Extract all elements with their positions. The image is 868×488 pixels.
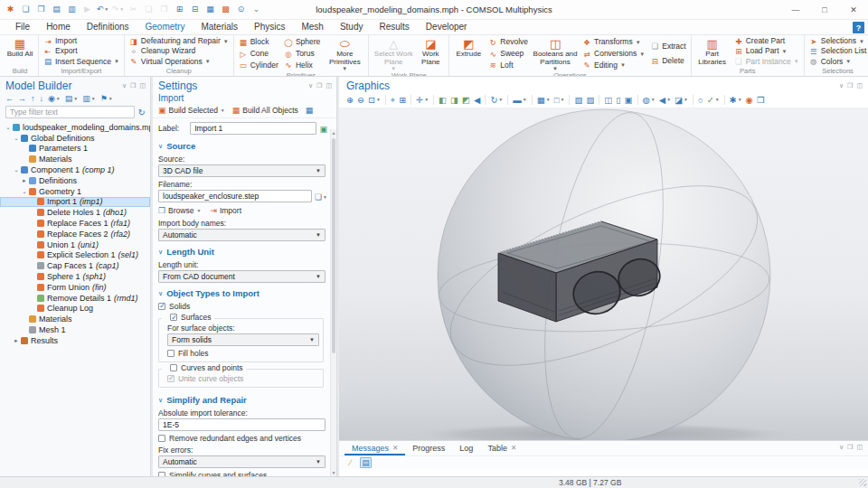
editing-button[interactable]: ✎Editing▼ [580, 61, 646, 70]
minimize-icon[interactable]: — [781, 0, 810, 20]
scene-orientation-icon[interactable]: ✛▼ [416, 96, 429, 105]
show-icon[interactable]: ◉▼ [48, 94, 61, 103]
section-source[interactable]: ∨ Source [153, 136, 329, 153]
export-button[interactable]: ⇤Export [42, 47, 121, 57]
delete-button[interactable]: ⊟Delete [648, 57, 687, 67]
tree-item-delete-holes-1[interactable]: Delete Holes 1(dho1) [0, 207, 150, 218]
collapse-panel-icon[interactable]: ∨ [839, 82, 844, 89]
zoom-box-icon[interactable]: ⊡▼ [368, 96, 381, 105]
3d-scene[interactable] [339, 108, 868, 440]
import-button[interactable]: ⇥Import [42, 36, 121, 46]
expander-icon[interactable]: ⌄ [13, 166, 20, 174]
ribbon-tab-definitions[interactable]: Definitions [79, 20, 137, 34]
expander-icon[interactable]: ⌄ [13, 135, 20, 142]
print-icon[interactable]: ❒ [757, 96, 765, 105]
customize-toolbar-icon[interactable]: ⌄ [250, 3, 263, 16]
ribbon-tab-geometry[interactable]: Geometry [137, 20, 193, 34]
tree-item-mesh-1[interactable]: Mesh 1 [0, 324, 150, 335]
hide-objects-icon[interactable]: ◫ [604, 96, 612, 105]
zoom-in-icon[interactable]: ⊕ [346, 96, 354, 105]
material-rendering-icon[interactable]: ✓▼ [707, 96, 720, 105]
build-all-objects-button[interactable]: ▦Build All Objects [232, 106, 298, 115]
tree-item-cap-faces-1[interactable]: Cap Faces 1(cap1) [0, 260, 150, 271]
search-icon[interactable]: ⊙ [234, 3, 248, 16]
move-up-icon[interactable]: ↑ [31, 94, 35, 103]
collapse-panel-icon[interactable]: ∨ [308, 82, 313, 89]
loft-button[interactable]: ≋Loft [486, 61, 530, 70]
show-grid-icon[interactable]: ▣ [625, 96, 633, 105]
expander-icon[interactable]: ▸ [13, 337, 20, 344]
panel-menu-icon[interactable]: ◫ [856, 444, 863, 451]
scene-light-icon[interactable]: ▬▼ [513, 96, 526, 105]
sphere-button[interactable]: ◯Sphere [282, 38, 322, 48]
ribbon-tab-mesh[interactable]: Mesh [293, 20, 331, 34]
open-file-icon[interactable]: ❐ [34, 3, 48, 16]
undo-icon[interactable]: ↶▼ [96, 3, 109, 16]
tree-item-loudspeaker-modeling-domains-mph[interactable]: ⌄loudspeaker_modeling_domains.mph(root) [0, 122, 150, 133]
build-all-button[interactable]: ▦Build All [5, 36, 35, 67]
color-theme-icon[interactable]: ◍▼ [643, 96, 656, 105]
import-button[interactable]: ⇥ Import [210, 206, 241, 215]
browse-button[interactable]: ❐ Browse▼ [158, 206, 201, 215]
label-input[interactable]: Import 1 [190, 122, 316, 135]
extract-button[interactable]: ❏Extract [648, 42, 687, 52]
tree-item-definitions[interactable]: ▸Definitions [0, 175, 150, 186]
section-simplify[interactable]: ∨ Simplify and Repair [153, 390, 329, 407]
tree-item-global-definitions[interactable]: ⌄Global Definitions [0, 133, 150, 144]
work-plane-button[interactable]: ◪Work Plane [415, 36, 446, 71]
image-snapshot-icon[interactable]: ◉ [746, 96, 753, 105]
surfaces-checkbox[interactable]: Surfaces [162, 313, 214, 322]
application-builder-icon[interactable]: ▩ [219, 3, 232, 16]
bottom-tab-messages[interactable]: Messages✕ [344, 442, 405, 455]
tag-display-icon[interactable]: ⚑▼ [100, 94, 113, 103]
scene-settings-icon[interactable]: ○ [698, 96, 703, 105]
bottom-panel-window-icons[interactable]: ∨❐◫ [839, 444, 863, 451]
settings-scrollbar[interactable]: ▲ ▼ [330, 129, 336, 476]
wireframe-rendering-icon[interactable]: □▼ [554, 96, 565, 105]
scroll-up-icon[interactable]: ▲ [331, 130, 336, 136]
select-work-plane-button[interactable]: △Select Work Plane▼ [372, 36, 415, 71]
transforms-button[interactable]: ❖Transforms▼ [580, 38, 646, 48]
virtual-operations-button[interactable]: ✎Virtual Operations▼ [127, 57, 231, 67]
collapse-panel-icon[interactable]: ∨ [122, 82, 127, 89]
model-tree-nodes-icon[interactable]: ▥▼ [82, 94, 95, 103]
fill-holes-checkbox[interactable]: Fill holes [159, 347, 323, 359]
booleans-and-partitions-button[interactable]: ◫Booleans and Partitions▼ [532, 36, 579, 71]
expander-icon[interactable]: ⌄ [21, 188, 28, 195]
graphics-viewport[interactable] [339, 108, 868, 440]
tree-item-component-1[interactable]: ⌄Component 1(comp 1) [0, 164, 150, 175]
scrollbar-thumb[interactable] [332, 138, 335, 353]
tree-item-remove-details-1[interactable]: Remove Details 1(rmd1) [0, 293, 150, 304]
rename-icon[interactable]: ▣ [319, 125, 327, 134]
float-panel-icon[interactable]: ❐ [847, 444, 853, 451]
plot-settings-icon[interactable]: ✱▼ [730, 96, 742, 105]
collapse-all-icon[interactable]: ▤▼ [65, 94, 78, 103]
close-tab-icon[interactable]: ✕ [511, 444, 516, 452]
defeaturing-and-repair-button[interactable]: ◨Defeaturing and Repair▼ [127, 36, 231, 46]
paste-icon[interactable]: ❐ [157, 3, 171, 16]
tree-item-results[interactable]: ▸Results [0, 335, 150, 346]
float-panel-icon[interactable]: ❐ [847, 82, 853, 89]
selections-button[interactable]: ➤Selections▼ [807, 36, 868, 46]
clear-messages-icon[interactable]: ∕ [344, 457, 356, 468]
tree-item-parameters-1[interactable]: Parameters 1 [0, 144, 150, 155]
ribbon-tab-physics[interactable]: Physics [246, 20, 293, 34]
rotate-camera-icon[interactable]: ↻▼ [490, 96, 503, 105]
tree-item-form-union[interactable]: Form Union(fin) [0, 282, 150, 293]
torus-button[interactable]: ◎Torus [282, 49, 322, 59]
go-to-default-view-icon[interactable]: ⌖ [391, 96, 395, 105]
extrude-button[interactable]: ◩Extrude [452, 36, 485, 71]
maximize-icon[interactable]: □ [810, 0, 839, 20]
panel-menu-icon[interactable]: ◫ [856, 82, 863, 89]
part-libraries-button[interactable]: ▥Part Libraries [694, 36, 731, 67]
resize-grip[interactable] [859, 479, 866, 486]
fix-errors-select[interactable]: Automatic▼ [158, 455, 326, 468]
expander-icon[interactable]: ▸ [21, 177, 28, 184]
float-panel-icon[interactable]: ❐ [130, 82, 136, 89]
redo-icon[interactable]: ↷▼ [111, 3, 125, 16]
float-panel-icon[interactable]: ❐ [316, 82, 322, 89]
bottom-tab-table[interactable]: Table✕ [480, 442, 524, 455]
bottom-tab-log[interactable]: Log [452, 442, 480, 455]
tree-filter-input[interactable]: Type filter text [5, 106, 135, 118]
go-back-icon[interactable]: ← [5, 94, 14, 103]
